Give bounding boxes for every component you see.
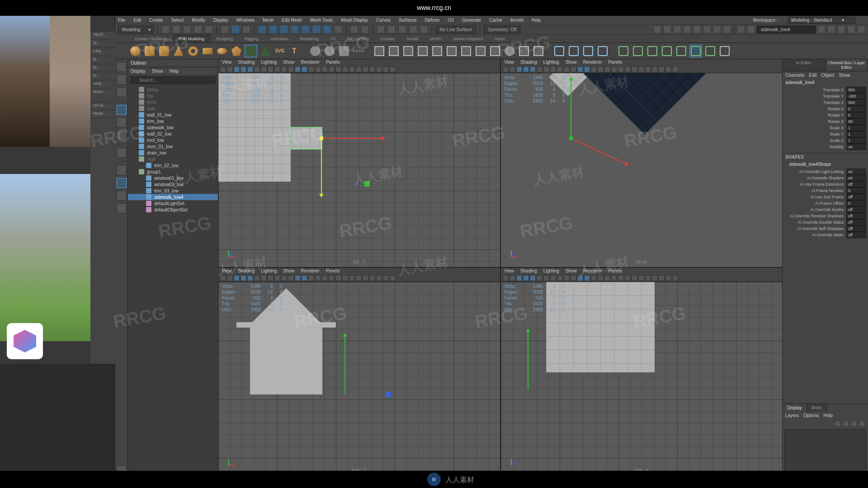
layer-move-up-icon[interactable] xyxy=(835,421,841,427)
viewport-toolbar-icon[interactable] xyxy=(342,66,348,72)
viewport-toolbar-icon[interactable] xyxy=(591,66,597,72)
vp-menu-show[interactable]: Show xyxy=(283,60,294,66)
layer-tab-display[interactable]: Display xyxy=(783,404,807,412)
viewport-toolbar-icon[interactable] xyxy=(516,66,522,72)
snap-center-icon[interactable] xyxy=(323,25,331,33)
viewport-toolbar-icon[interactable] xyxy=(369,275,375,281)
attr-value-field[interactable]: 300 xyxy=(846,87,866,93)
poly-sphere-icon[interactable] xyxy=(129,45,142,57)
separate-icon[interactable] xyxy=(387,45,400,57)
vp-menu-shading[interactable]: Shading xyxy=(520,268,537,274)
menu-meshtools[interactable]: Mesh Tools xyxy=(310,18,333,23)
history-prev-icon[interactable] xyxy=(398,25,406,33)
viewport-toolbar-icon[interactable] xyxy=(537,66,542,72)
viewport-toolbar-icon[interactable] xyxy=(363,66,368,72)
viewport-toolbar-icon[interactable] xyxy=(390,275,396,281)
rel-transform-icon[interactable] xyxy=(827,25,835,33)
viewport-front[interactable]: View Shading Lighting Show Renderer Pane… xyxy=(218,268,500,476)
viewport-toolbar-icon[interactable] xyxy=(383,275,389,281)
poly-torus-icon[interactable] xyxy=(187,45,199,57)
outliner-tree[interactable]: persptopfrontsidewall_01_lowtrim_lowside… xyxy=(128,85,218,475)
history-toggle-icon[interactable] xyxy=(387,25,396,33)
outliner-menu-help[interactable]: Help xyxy=(170,69,179,74)
viewport-toolbar-icon[interactable] xyxy=(261,275,267,281)
outliner-item[interactable]: group1 xyxy=(128,169,218,175)
workspace-dropdown[interactable]: Modeling - Standard▾ xyxy=(788,17,855,23)
attr-value-field[interactable]: on xyxy=(846,175,866,181)
viewport-toolbar-icon[interactable] xyxy=(241,275,246,281)
rotate-tool-icon[interactable] xyxy=(117,117,127,127)
viewport-toolbar-icon[interactable] xyxy=(557,275,563,281)
subdiv-icon[interactable] xyxy=(518,45,530,57)
viewport-toolbar-icon[interactable] xyxy=(638,275,644,281)
combine-icon[interactable] xyxy=(373,45,386,57)
shelf-tab-motiongraphics[interactable]: Motion Graphics xyxy=(448,35,489,42)
render-sequence-icon[interactable] xyxy=(673,25,681,33)
paint-select-icon[interactable] xyxy=(117,87,127,97)
viewport-toolbar-icon[interactable] xyxy=(672,275,678,281)
panel-tab-ae[interactable]: te Editor xyxy=(783,59,826,71)
poly-soccer-icon[interactable]: 0.0,0.0 xyxy=(352,45,365,57)
viewport-toolbar-icon[interactable] xyxy=(625,66,631,72)
viewport-toolbar-icon[interactable] xyxy=(308,275,314,281)
vp-menu-show[interactable]: Show xyxy=(283,268,294,274)
viewport-toolbar-icon[interactable] xyxy=(537,275,542,281)
poly-pyramid-icon[interactable] xyxy=(259,45,272,57)
construction-history-icon[interactable] xyxy=(377,25,385,33)
abs-transform-icon[interactable] xyxy=(817,25,826,33)
boolean-diff-icon[interactable] xyxy=(416,45,429,57)
sculpt-c-icon[interactable] xyxy=(646,45,659,57)
shelf-tab-arnold[interactable]: Arnold xyxy=(401,35,424,42)
boolean-inter-icon[interactable] xyxy=(431,45,443,57)
viewport-toolbar-icon[interactable] xyxy=(577,275,583,281)
layout-four-icon[interactable] xyxy=(117,178,127,188)
bevel-icon[interactable] xyxy=(474,45,487,57)
poly-helix-icon[interactable] xyxy=(338,45,350,57)
shelf-tab-rigging[interactable]: Rigging xyxy=(239,35,264,42)
panel-toggle-b-icon[interactable] xyxy=(747,25,755,33)
poly-disc-icon[interactable] xyxy=(216,45,228,57)
viewport-toolbar-icon[interactable] xyxy=(571,275,576,281)
snap-point-icon[interactable] xyxy=(280,25,288,33)
poly-gear-icon[interactable] xyxy=(323,45,336,57)
layer-new-selected-icon[interactable] xyxy=(859,421,865,427)
select-hierarchy-icon[interactable] xyxy=(221,25,229,33)
viewport-toolbar-icon[interactable] xyxy=(611,275,617,281)
viewport-toolbar-icon[interactable] xyxy=(247,275,253,281)
shelf-tab-rendering[interactable]: Rendering xyxy=(294,35,325,42)
outliner-item[interactable]: top xyxy=(128,93,218,99)
vp-menu-panels[interactable]: Panels xyxy=(326,60,340,66)
vp-menu-renderer[interactable]: Renderer xyxy=(301,268,320,274)
vp-menu-view[interactable]: View xyxy=(222,60,232,66)
viewport-toolbar-icon[interactable] xyxy=(503,66,509,72)
viewport-toolbar-icon[interactable] xyxy=(342,275,348,281)
viewport-toolbar-icon[interactable] xyxy=(369,66,375,72)
shelf-tab-fxcaching[interactable]: FX Caching xyxy=(342,35,375,42)
vp-menu-panels[interactable]: Panels xyxy=(608,60,622,66)
sculpt-g-icon[interactable] xyxy=(704,45,717,57)
viewport-toolbar-icon[interactable] xyxy=(564,66,570,72)
quad-draw-icon[interactable] xyxy=(596,45,609,57)
poly-cube-icon[interactable] xyxy=(143,45,156,57)
viewport-toolbar-icon[interactable] xyxy=(281,66,287,72)
menu-meshdisplay[interactable]: Mesh Display xyxy=(341,18,368,23)
boolean-union-icon[interactable] xyxy=(402,45,415,57)
viewport-toolbar-icon[interactable] xyxy=(349,275,355,281)
shelf-tab-mash[interactable]: MASH xyxy=(424,35,448,42)
vp-menu-renderer[interactable]: Renderer xyxy=(583,60,602,66)
viewport-toolbar-icon[interactable] xyxy=(557,66,563,72)
mirror-icon[interactable] xyxy=(489,45,501,57)
viewport-toolbar-icon[interactable] xyxy=(390,66,396,72)
viewport-toolbar-icon[interactable] xyxy=(645,275,651,281)
sidebar-toggle-b-icon[interactable] xyxy=(847,25,855,33)
crease-icon[interactable] xyxy=(532,45,545,57)
select-component-icon[interactable] xyxy=(242,25,250,33)
pause-icon[interactable] xyxy=(723,25,731,33)
viewport-toolbar-icon[interactable] xyxy=(295,275,301,281)
outliner-item[interactable]: high xyxy=(128,156,218,162)
sculpt-b-icon[interactable] xyxy=(632,45,644,57)
viewport-toolbar-icon[interactable] xyxy=(308,66,314,72)
viewport-toolbar-icon[interactable] xyxy=(376,275,382,281)
viewport-toolbar-icon[interactable] xyxy=(247,66,253,72)
shelf-tab-sculpting[interactable]: Sculpting xyxy=(210,35,239,42)
